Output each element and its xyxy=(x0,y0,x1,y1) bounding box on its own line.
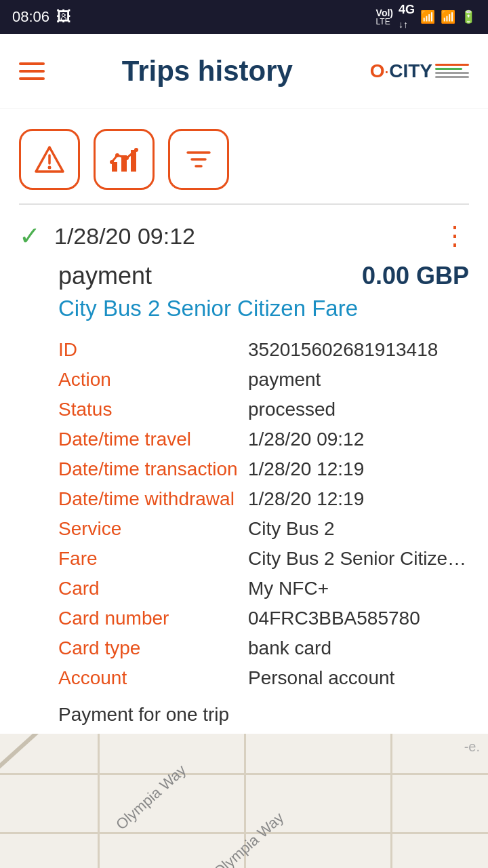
trip-service-name: City Bus 2 Senior Citizen Fare xyxy=(19,296,469,321)
table-row: Status processed xyxy=(58,395,469,425)
svg-point-9 xyxy=(134,148,138,152)
table-row: Date/time travel 1/28/20 09:12 xyxy=(58,425,469,454)
map-road-label-1: Olympia Way xyxy=(113,762,190,833)
signal-icon-1: 📶 xyxy=(420,9,435,24)
trip-header: ✓ 1/28/20 09:12 ⋮ xyxy=(19,221,469,251)
svg-point-2 xyxy=(48,166,52,170)
map-background: Olympia Way Olympia Way -e. + xyxy=(0,734,488,868)
detail-label: Card type xyxy=(58,637,248,659)
vol-lte-icon: Vol) LTE xyxy=(376,8,393,26)
table-row: Account Personal account xyxy=(58,663,469,693)
detail-value: City Bus 2 Senior Citizen Fare xyxy=(248,548,469,570)
status-bar-left: 08:06 🖼 xyxy=(12,8,71,26)
table-row: Card type bank card xyxy=(58,633,469,663)
map-road-label-2: Olympia Way xyxy=(210,809,287,868)
table-row: Date/time withdrawal 1/28/20 12:19 xyxy=(58,484,469,514)
signal-icon-2: 📶 xyxy=(441,9,455,24)
status-bar-right: Vol) LTE 4G↓↑ 📶 📶 🔋 xyxy=(376,3,476,31)
table-row: Card number 04FRC3BBA585780 xyxy=(58,604,469,633)
warning-filter-button[interactable] xyxy=(19,129,80,190)
status-time: 08:06 xyxy=(12,8,49,26)
trip-header-left: ✓ 1/28/20 09:12 xyxy=(19,221,195,251)
warning-icon xyxy=(33,143,66,176)
detail-value: 1/28/20 12:19 xyxy=(248,488,469,510)
filter-row xyxy=(0,108,488,203)
detail-value: processed xyxy=(248,399,469,420)
detail-label: Date/time transaction xyxy=(58,458,248,480)
page-title: Trips history xyxy=(122,55,293,87)
detail-label: Date/time withdrawal xyxy=(58,488,248,510)
detail-value: City Bus 2 xyxy=(248,518,469,540)
hamburger-menu-button[interactable] xyxy=(19,62,45,80)
detail-value: bank card xyxy=(248,637,469,659)
trip-title-row: payment 0.00 GBP xyxy=(19,262,469,290)
svg-point-7 xyxy=(115,153,119,157)
detail-label: Card xyxy=(58,578,248,599)
detail-label: ID xyxy=(58,339,248,361)
map-edge-label: -e. xyxy=(464,739,480,755)
payment-note: Payment for one trip xyxy=(19,704,469,726)
detail-value: payment xyxy=(248,369,469,391)
trip-map[interactable]: Olympia Way Olympia Way -e. + xyxy=(0,734,488,868)
trip-datetime: 1/28/20 09:12 xyxy=(54,223,195,250)
detail-label: Account xyxy=(58,667,248,689)
status-bar: 08:06 🖼 Vol) LTE 4G↓↑ 📶 📶 🔋 xyxy=(0,0,488,34)
detail-value: 04FRC3BBA585780 xyxy=(248,608,469,629)
table-row: ID 352015602681913418 xyxy=(58,335,469,365)
app-header: Trips history O · CITY xyxy=(0,34,488,108)
4g-icon: 4G↓↑ xyxy=(399,3,415,31)
trip-detail-table: ID 352015602681913418 Action payment Sta… xyxy=(19,335,469,693)
svg-point-8 xyxy=(125,156,129,160)
detail-label: Status xyxy=(58,399,248,420)
table-row: Service City Bus 2 xyxy=(58,514,469,544)
detail-label: Service xyxy=(58,518,248,540)
detail-value: 352015602681913418 xyxy=(248,339,469,361)
table-row: Date/time transaction 1/28/20 12:19 xyxy=(58,454,469,484)
detail-value: Personal account xyxy=(248,667,469,689)
app-logo: O · CITY xyxy=(370,60,469,82)
chart-icon xyxy=(108,143,140,176)
table-row: Fare City Bus 2 Senior Citizen Fare xyxy=(58,544,469,574)
detail-label: Action xyxy=(58,369,248,391)
more-options-button[interactable]: ⋮ xyxy=(442,221,469,251)
table-row: Action payment xyxy=(58,365,469,395)
battery-icon: 🔋 xyxy=(461,9,476,24)
trip-amount: 0.00 GBP xyxy=(362,262,469,290)
success-check-icon: ✓ xyxy=(19,221,41,251)
detail-value: 1/28/20 12:19 xyxy=(248,458,469,480)
filter-icon xyxy=(182,143,215,176)
detail-label: Fare xyxy=(58,548,248,570)
svg-point-6 xyxy=(110,160,114,164)
detail-value: My NFC+ xyxy=(248,578,469,599)
chart-filter-button[interactable] xyxy=(94,129,155,190)
detail-label: Card number xyxy=(58,608,248,629)
detail-value: 1/28/20 09:12 xyxy=(248,429,469,450)
trip-record: ✓ 1/28/20 09:12 ⋮ payment 0.00 GBP City … xyxy=(0,205,488,726)
payment-label: payment xyxy=(58,262,152,290)
table-row: Card My NFC+ xyxy=(58,574,469,604)
status-image-icon: 🖼 xyxy=(56,8,71,26)
sort-filter-button[interactable] xyxy=(168,129,229,190)
detail-label: Date/time travel xyxy=(58,429,248,450)
